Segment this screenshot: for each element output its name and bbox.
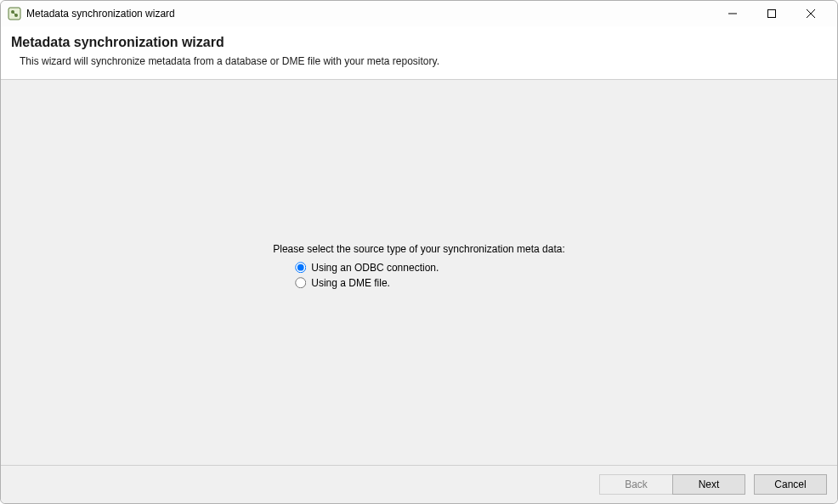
- page-description: This wizard will synchronize metadata fr…: [11, 55, 827, 67]
- window-controls: [713, 1, 830, 26]
- wizard-window: Metadata synchronization wizard Metadata…: [0, 0, 838, 504]
- close-button[interactable]: [791, 1, 830, 26]
- titlebar: Metadata synchronization wizard: [1, 1, 837, 26]
- source-type-radio-group: Using an ODBC connection. Using a DME fi…: [273, 262, 565, 289]
- source-type-prompt: Please select the source type of your sy…: [273, 243, 565, 292]
- next-button[interactable]: Next: [672, 474, 745, 495]
- radio-option-odbc: Using an ODBC connection.: [295, 262, 565, 274]
- prompt-label: Please select the source type of your sy…: [273, 243, 565, 255]
- wizard-content: Please select the source type of your sy…: [1, 80, 837, 465]
- dme-radio-label[interactable]: Using a DME file.: [311, 277, 390, 289]
- odbc-radio[interactable]: [295, 262, 306, 273]
- back-button: Back: [599, 474, 672, 495]
- page-title: Metadata synchronization wizard: [11, 35, 827, 50]
- wizard-footer: Back Next Cancel: [1, 465, 837, 503]
- nav-button-pair: Back Next: [599, 474, 745, 495]
- odbc-radio-label[interactable]: Using an ODBC connection.: [311, 262, 439, 274]
- app-icon: [8, 7, 21, 20]
- maximize-button[interactable]: [752, 1, 791, 26]
- radio-option-dme: Using a DME file.: [295, 277, 565, 289]
- svg-rect-5: [768, 10, 776, 18]
- dme-radio[interactable]: [295, 277, 306, 288]
- window-title: Metadata synchronization wizard: [26, 8, 175, 20]
- wizard-header: Metadata synchronization wizard This wiz…: [1, 26, 837, 80]
- minimize-button[interactable]: [713, 1, 752, 26]
- cancel-button[interactable]: Cancel: [754, 474, 827, 495]
